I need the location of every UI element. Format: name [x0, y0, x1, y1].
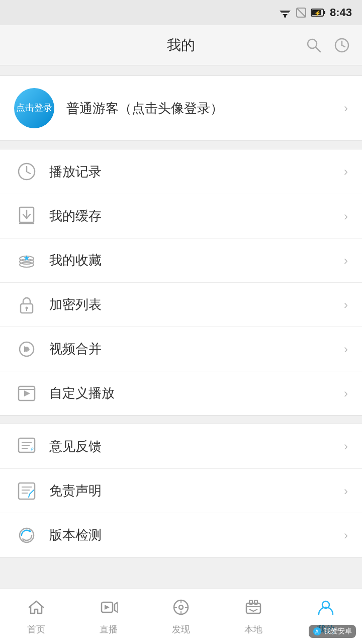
- svg-line-5: [297, 8, 306, 17]
- menu-item-encryptList[interactable]: 加密列表 ›: [0, 282, 362, 327]
- chevron-feedback: ›: [344, 439, 348, 453]
- custom-play-icon: [14, 381, 39, 406]
- main-content: 点击登录 普通游客（点击头像登录） › 播放记录 ›: [0, 65, 362, 568]
- menu-item-myFavorite[interactable]: 我的收藏 ›: [0, 238, 362, 282]
- menu-label-playRecord: 播放记录: [39, 163, 344, 181]
- menu-label-feedback: 意见反馈: [39, 438, 344, 455]
- feedback-icon: [14, 434, 39, 459]
- history-icon: [333, 37, 350, 54]
- nav-item-discover[interactable]: 发现: [145, 589, 217, 644]
- nav-item-local[interactable]: 本地: [217, 589, 290, 644]
- menu-item-playRecord[interactable]: 播放记录 ›: [0, 149, 362, 194]
- content-wrapper: 点击登录 普通游客（点击头像登录） › 播放记录 ›: [0, 65, 362, 628]
- chevron-disclaimer: ›: [344, 484, 348, 498]
- disclaimer-icon: [14, 478, 39, 504]
- discover-nav-icon: [172, 598, 190, 620]
- nosim-icon: [296, 7, 307, 18]
- page-header: 我的: [0, 25, 362, 65]
- svg-marker-45: [105, 605, 110, 610]
- chevron-customPlay: ›: [344, 386, 348, 400]
- menu-label-disclaimer: 免责声明: [39, 482, 344, 500]
- menu-label-myFavorite: 我的收藏: [39, 252, 344, 269]
- watermark-text: 我爱安卓: [324, 627, 352, 636]
- version-icon: [14, 523, 39, 548]
- live-nav-icon: [100, 598, 118, 620]
- download-icon: [14, 204, 39, 229]
- menu-label-encryptList: 加密列表: [39, 296, 344, 313]
- menu-item-disclaimer[interactable]: 免责声明 ›: [0, 468, 362, 513]
- home-nav-icon: [27, 598, 45, 620]
- svg-marker-44: [115, 602, 118, 612]
- svg-point-47: [179, 605, 183, 609]
- menu-item-versionCheck[interactable]: 版本检测 ›: [0, 513, 362, 557]
- bottom-nav: 首页 直播 发现: [0, 589, 362, 644]
- page-title: 我的: [167, 36, 195, 55]
- chevron-encryptList: ›: [344, 298, 348, 312]
- svg-marker-28: [24, 390, 30, 396]
- menu-item-feedback[interactable]: 意见反馈 ›: [0, 424, 362, 468]
- chevron-myCache: ›: [344, 209, 348, 223]
- status-time: 8:43: [330, 6, 352, 19]
- lock-icon: [14, 292, 39, 317]
- svg-line-11: [316, 47, 320, 52]
- menu-label-myCache: 我的缓存: [39, 207, 344, 225]
- clock-icon: [14, 159, 39, 184]
- menu-label-versionCheck: 版本检测: [39, 526, 344, 544]
- nav-label-live: 直播: [100, 623, 118, 635]
- profile-name: 普通游客（点击头像登录）: [54, 100, 344, 117]
- status-bar: ⚡ 8:43: [0, 0, 362, 25]
- svg-text:⚡: ⚡: [314, 10, 321, 17]
- merge-icon: [14, 337, 39, 362]
- menu-item-customPlay[interactable]: 自定义播放 ›: [0, 371, 362, 415]
- avatar[interactable]: 点击登录: [14, 88, 54, 128]
- nav-item-live[interactable]: 直播: [72, 589, 145, 644]
- svg-rect-7: [323, 11, 325, 14]
- avatar-text: 点击登录: [16, 102, 52, 114]
- nav-item-home[interactable]: 首页: [0, 589, 72, 644]
- menu-label-videoMerge: 视频合并: [39, 340, 344, 358]
- chevron-myFavorite: ›: [344, 254, 348, 268]
- svg-point-22: [26, 306, 28, 309]
- nav-label-home: 首页: [27, 623, 45, 635]
- watermark: A 我爱安卓: [309, 625, 356, 638]
- profile-card: 点击登录 普通游客（点击头像登录） ›: [0, 75, 362, 141]
- header-actions: [304, 35, 352, 55]
- menu-label-customPlay: 自定义播放: [39, 384, 344, 402]
- svg-text:A: A: [315, 629, 319, 634]
- chevron-videoMerge: ›: [344, 342, 348, 356]
- profile-chevron: ›: [344, 101, 348, 115]
- search-icon: [305, 37, 322, 54]
- chevron-playRecord: ›: [344, 165, 348, 179]
- android-icon: A: [313, 627, 322, 636]
- collection-icon: [14, 248, 39, 273]
- search-button[interactable]: [304, 35, 324, 55]
- local-nav-icon: [244, 598, 262, 620]
- svg-point-3: [284, 16, 286, 18]
- wifi-icon: [279, 8, 292, 18]
- section1-card: 播放记录 › 我的缓存 ›: [0, 149, 362, 416]
- svg-line-38: [30, 490, 34, 494]
- profile-row[interactable]: 点击登录 普通游客（点击头像登录） ›: [0, 76, 362, 140]
- nav-label-discover: 发现: [172, 623, 190, 635]
- chevron-versionCheck: ›: [344, 528, 348, 542]
- mine-nav-icon: [317, 598, 335, 620]
- section2-card: 意见反馈 › 免责声明 ›: [0, 424, 362, 557]
- nav-label-local: 本地: [244, 623, 262, 635]
- svg-line-39: [29, 494, 30, 497]
- battery-icon: ⚡: [311, 8, 326, 17]
- status-icons: ⚡ 8:43: [279, 6, 352, 19]
- menu-item-videoMerge[interactable]: 视频合并 ›: [0, 327, 362, 371]
- menu-item-myCache[interactable]: 我的缓存 ›: [0, 194, 362, 238]
- history-button[interactable]: [332, 35, 352, 55]
